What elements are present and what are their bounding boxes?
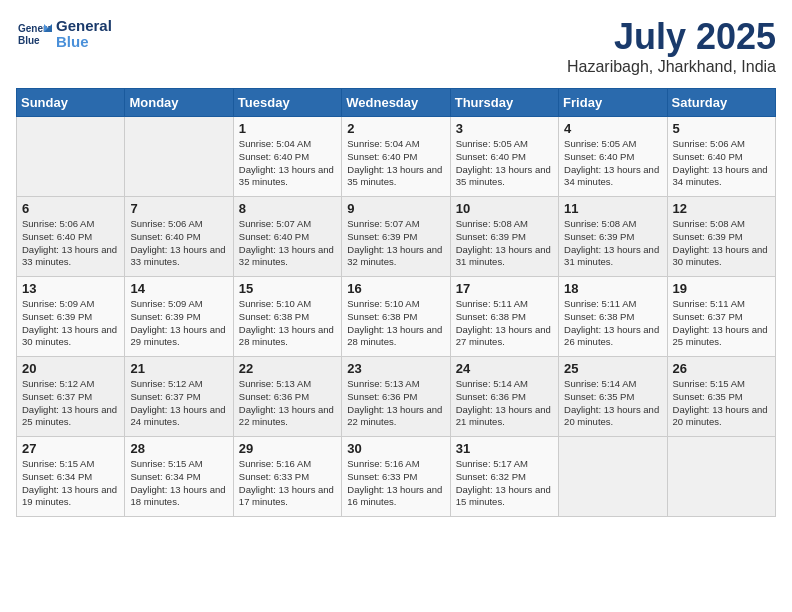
day-number: 26 [673, 361, 770, 376]
calendar-cell: 24Sunrise: 5:14 AM Sunset: 6:36 PM Dayli… [450, 357, 558, 437]
cell-details: Sunrise: 5:04 AM Sunset: 6:40 PM Dayligh… [347, 138, 444, 189]
cell-details: Sunrise: 5:13 AM Sunset: 6:36 PM Dayligh… [239, 378, 336, 429]
calendar-cell [125, 117, 233, 197]
cell-details: Sunrise: 5:14 AM Sunset: 6:35 PM Dayligh… [564, 378, 661, 429]
day-number: 21 [130, 361, 227, 376]
logo-icon: General Blue [16, 16, 52, 52]
calendar-cell: 12Sunrise: 5:08 AM Sunset: 6:39 PM Dayli… [667, 197, 775, 277]
day-number: 11 [564, 201, 661, 216]
cell-details: Sunrise: 5:08 AM Sunset: 6:39 PM Dayligh… [673, 218, 770, 269]
weekday-header: Wednesday [342, 89, 450, 117]
calendar-week-row: 13Sunrise: 5:09 AM Sunset: 6:39 PM Dayli… [17, 277, 776, 357]
day-number: 31 [456, 441, 553, 456]
cell-details: Sunrise: 5:11 AM Sunset: 6:37 PM Dayligh… [673, 298, 770, 349]
calendar-week-row: 1Sunrise: 5:04 AM Sunset: 6:40 PM Daylig… [17, 117, 776, 197]
weekday-header-row: SundayMondayTuesdayWednesdayThursdayFrid… [17, 89, 776, 117]
day-number: 4 [564, 121, 661, 136]
day-number: 14 [130, 281, 227, 296]
cell-details: Sunrise: 5:16 AM Sunset: 6:33 PM Dayligh… [347, 458, 444, 509]
weekday-header: Friday [559, 89, 667, 117]
cell-details: Sunrise: 5:04 AM Sunset: 6:40 PM Dayligh… [239, 138, 336, 189]
day-number: 22 [239, 361, 336, 376]
cell-details: Sunrise: 5:17 AM Sunset: 6:32 PM Dayligh… [456, 458, 553, 509]
cell-details: Sunrise: 5:07 AM Sunset: 6:39 PM Dayligh… [347, 218, 444, 269]
day-number: 5 [673, 121, 770, 136]
location-title: Hazaribagh, Jharkhand, India [567, 58, 776, 76]
month-title: July 2025 [567, 16, 776, 58]
cell-details: Sunrise: 5:06 AM Sunset: 6:40 PM Dayligh… [130, 218, 227, 269]
day-number: 27 [22, 441, 119, 456]
svg-rect-0 [16, 16, 52, 52]
day-number: 2 [347, 121, 444, 136]
cell-details: Sunrise: 5:10 AM Sunset: 6:38 PM Dayligh… [239, 298, 336, 349]
day-number: 16 [347, 281, 444, 296]
calendar-cell [559, 437, 667, 517]
calendar-cell: 30Sunrise: 5:16 AM Sunset: 6:33 PM Dayli… [342, 437, 450, 517]
calendar-cell: 27Sunrise: 5:15 AM Sunset: 6:34 PM Dayli… [17, 437, 125, 517]
cell-details: Sunrise: 5:13 AM Sunset: 6:36 PM Dayligh… [347, 378, 444, 429]
calendar-cell: 22Sunrise: 5:13 AM Sunset: 6:36 PM Dayli… [233, 357, 341, 437]
calendar-cell: 3Sunrise: 5:05 AM Sunset: 6:40 PM Daylig… [450, 117, 558, 197]
calendar-cell: 6Sunrise: 5:06 AM Sunset: 6:40 PM Daylig… [17, 197, 125, 277]
weekday-header: Tuesday [233, 89, 341, 117]
day-number: 30 [347, 441, 444, 456]
day-number: 24 [456, 361, 553, 376]
cell-details: Sunrise: 5:09 AM Sunset: 6:39 PM Dayligh… [130, 298, 227, 349]
calendar-cell: 2Sunrise: 5:04 AM Sunset: 6:40 PM Daylig… [342, 117, 450, 197]
cell-details: Sunrise: 5:15 AM Sunset: 6:35 PM Dayligh… [673, 378, 770, 429]
calendar-cell: 17Sunrise: 5:11 AM Sunset: 6:38 PM Dayli… [450, 277, 558, 357]
calendar-week-row: 6Sunrise: 5:06 AM Sunset: 6:40 PM Daylig… [17, 197, 776, 277]
logo: General Blue General Blue [16, 16, 112, 52]
calendar-cell: 23Sunrise: 5:13 AM Sunset: 6:36 PM Dayli… [342, 357, 450, 437]
day-number: 10 [456, 201, 553, 216]
calendar-cell: 25Sunrise: 5:14 AM Sunset: 6:35 PM Dayli… [559, 357, 667, 437]
day-number: 1 [239, 121, 336, 136]
day-number: 17 [456, 281, 553, 296]
calendar-cell: 13Sunrise: 5:09 AM Sunset: 6:39 PM Dayli… [17, 277, 125, 357]
day-number: 19 [673, 281, 770, 296]
day-number: 13 [22, 281, 119, 296]
cell-details: Sunrise: 5:16 AM Sunset: 6:33 PM Dayligh… [239, 458, 336, 509]
weekday-header: Sunday [17, 89, 125, 117]
cell-details: Sunrise: 5:15 AM Sunset: 6:34 PM Dayligh… [22, 458, 119, 509]
day-number: 12 [673, 201, 770, 216]
calendar-cell: 20Sunrise: 5:12 AM Sunset: 6:37 PM Dayli… [17, 357, 125, 437]
calendar-cell [667, 437, 775, 517]
calendar-cell: 19Sunrise: 5:11 AM Sunset: 6:37 PM Dayli… [667, 277, 775, 357]
cell-details: Sunrise: 5:10 AM Sunset: 6:38 PM Dayligh… [347, 298, 444, 349]
cell-details: Sunrise: 5:12 AM Sunset: 6:37 PM Dayligh… [130, 378, 227, 429]
cell-details: Sunrise: 5:12 AM Sunset: 6:37 PM Dayligh… [22, 378, 119, 429]
cell-details: Sunrise: 5:06 AM Sunset: 6:40 PM Dayligh… [673, 138, 770, 189]
calendar-week-row: 20Sunrise: 5:12 AM Sunset: 6:37 PM Dayli… [17, 357, 776, 437]
cell-details: Sunrise: 5:05 AM Sunset: 6:40 PM Dayligh… [456, 138, 553, 189]
day-number: 20 [22, 361, 119, 376]
day-number: 6 [22, 201, 119, 216]
day-number: 25 [564, 361, 661, 376]
calendar-cell: 28Sunrise: 5:15 AM Sunset: 6:34 PM Dayli… [125, 437, 233, 517]
calendar-cell: 5Sunrise: 5:06 AM Sunset: 6:40 PM Daylig… [667, 117, 775, 197]
day-number: 7 [130, 201, 227, 216]
day-number: 23 [347, 361, 444, 376]
calendar-cell: 14Sunrise: 5:09 AM Sunset: 6:39 PM Dayli… [125, 277, 233, 357]
calendar-cell: 11Sunrise: 5:08 AM Sunset: 6:39 PM Dayli… [559, 197, 667, 277]
page-header: General Blue General Blue July 2025 Haza… [16, 16, 776, 76]
day-number: 8 [239, 201, 336, 216]
weekday-header: Thursday [450, 89, 558, 117]
svg-text:Blue: Blue [18, 35, 40, 46]
cell-details: Sunrise: 5:11 AM Sunset: 6:38 PM Dayligh… [456, 298, 553, 349]
day-number: 29 [239, 441, 336, 456]
title-block: July 2025 Hazaribagh, Jharkhand, India [567, 16, 776, 76]
cell-details: Sunrise: 5:15 AM Sunset: 6:34 PM Dayligh… [130, 458, 227, 509]
day-number: 28 [130, 441, 227, 456]
day-number: 18 [564, 281, 661, 296]
calendar-cell: 10Sunrise: 5:08 AM Sunset: 6:39 PM Dayli… [450, 197, 558, 277]
calendar-cell: 26Sunrise: 5:15 AM Sunset: 6:35 PM Dayli… [667, 357, 775, 437]
calendar-cell: 1Sunrise: 5:04 AM Sunset: 6:40 PM Daylig… [233, 117, 341, 197]
cell-details: Sunrise: 5:06 AM Sunset: 6:40 PM Dayligh… [22, 218, 119, 269]
logo-line1: General [56, 18, 112, 35]
calendar-cell: 21Sunrise: 5:12 AM Sunset: 6:37 PM Dayli… [125, 357, 233, 437]
day-number: 3 [456, 121, 553, 136]
calendar-cell [17, 117, 125, 197]
cell-details: Sunrise: 5:11 AM Sunset: 6:38 PM Dayligh… [564, 298, 661, 349]
cell-details: Sunrise: 5:08 AM Sunset: 6:39 PM Dayligh… [564, 218, 661, 269]
